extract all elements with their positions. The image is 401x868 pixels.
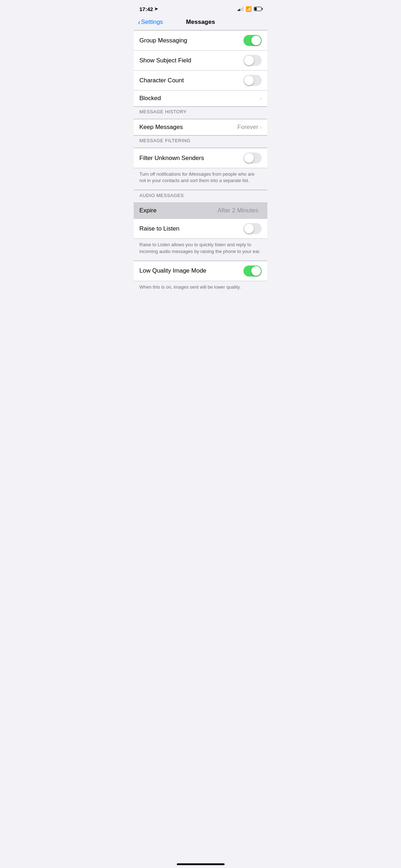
label-expire: Expire <box>139 207 156 214</box>
toggle-filter-unknown-senders[interactable] <box>243 153 262 164</box>
value-expire: After 2 Minutes › <box>217 207 262 214</box>
description-raise-to-listen: Raise to Listen allows you to quickly li… <box>134 239 267 260</box>
section-message-filtering: MESSAGE FILTERING Filter Unknown Senders… <box>134 135 267 190</box>
section-header-audio-messages: AUDIO MESSAGES <box>134 190 267 202</box>
battery-icon <box>254 7 262 11</box>
toggle-thumb-character-count <box>244 76 254 85</box>
row-keep-messages[interactable]: Keep Messages Forever › <box>134 119 267 135</box>
page-title: Messages <box>186 19 215 26</box>
description-filter-unknown-senders: Turn off notifications for iMessages fro… <box>134 168 267 190</box>
label-blocked: Blocked <box>139 95 161 102</box>
label-character-count: Character Count <box>139 77 184 84</box>
section-header-label-message-filtering: MESSAGE FILTERING <box>134 138 196 145</box>
back-chevron-icon: ‹ <box>138 19 140 26</box>
section-header-message-history: MESSAGE HISTORY <box>134 107 267 119</box>
settings-group-audio-messages: Expire After 2 Minutes › Raise to Listen <box>134 202 267 239</box>
label-raise-to-listen: Raise to Listen <box>139 225 179 232</box>
keep-messages-value: Forever <box>237 124 258 131</box>
expire-value: After 2 Minutes <box>217 207 258 214</box>
toggle-thumb-raise-to-listen <box>244 224 254 233</box>
label-show-subject-field: Show Subject Field <box>139 57 191 64</box>
value-keep-messages: Forever › <box>237 124 262 131</box>
location-icon: ➤ <box>154 6 158 11</box>
toggle-thumb-filter-unknown-senders <box>244 153 254 163</box>
section-message-history: MESSAGE HISTORY Keep Messages Forever › <box>134 107 267 135</box>
toggle-thumb-show-subject-field <box>244 56 254 65</box>
back-button[interactable]: ‹ Settings <box>138 19 163 26</box>
nav-header: ‹ Settings Messages <box>134 16 267 30</box>
label-keep-messages: Keep Messages <box>139 124 183 131</box>
label-filter-unknown-senders: Filter Unknown Senders <box>139 155 204 162</box>
row-show-subject-field[interactable]: Show Subject Field <box>134 51 267 71</box>
settings-group-1: Group Messaging Show Subject Field Chara… <box>134 30 267 107</box>
value-blocked: › <box>260 95 262 102</box>
back-label: Settings <box>141 19 163 26</box>
row-low-quality-image-mode[interactable]: Low Quality Image Mode <box>134 261 267 281</box>
section-header-message-filtering: MESSAGE FILTERING <box>134 135 267 148</box>
section-audio-messages: AUDIO MESSAGES Expire After 2 Minutes › … <box>134 190 267 260</box>
section-header-label-audio-messages: AUDIO MESSAGES <box>134 193 190 200</box>
description-low-quality-image-mode: When this is on, images sent will be low… <box>134 281 267 296</box>
wifi-icon: 📶 <box>246 6 252 12</box>
section-header-label-message-history: MESSAGE HISTORY <box>134 109 192 117</box>
section-group1: Group Messaging Show Subject Field Chara… <box>134 30 267 107</box>
toggle-raise-to-listen[interactable] <box>243 223 262 234</box>
chevron-right-icon-expire: › <box>260 207 262 214</box>
label-group-messaging: Group Messaging <box>139 37 187 44</box>
toggle-thumb-low-quality-image-mode <box>251 266 261 276</box>
chevron-right-icon: › <box>260 95 262 102</box>
settings-group-image-mode: Low Quality Image Mode <box>134 261 267 281</box>
row-expire[interactable]: Expire After 2 Minutes › <box>134 203 267 219</box>
settings-group-message-history: Keep Messages Forever › <box>134 119 267 135</box>
signal-bar-3 <box>241 8 242 11</box>
signal-bars <box>238 7 244 11</box>
row-blocked[interactable]: Blocked › <box>134 91 267 106</box>
row-filter-unknown-senders[interactable]: Filter Unknown Senders <box>134 148 267 168</box>
toggle-show-subject-field[interactable] <box>243 55 262 66</box>
row-raise-to-listen[interactable]: Raise to Listen <box>134 219 267 238</box>
signal-bar-1 <box>238 10 239 11</box>
toggle-character-count[interactable] <box>243 75 262 86</box>
chevron-right-icon-keep-messages: › <box>260 124 262 130</box>
toggle-group-messaging[interactable] <box>243 35 262 46</box>
toggle-thumb-group-messaging <box>251 36 261 45</box>
row-group-messaging[interactable]: Group Messaging <box>134 31 267 51</box>
section-image-mode: Low Quality Image Mode When this is on, … <box>134 261 267 296</box>
status-time: 17:42 ➤ <box>139 6 158 12</box>
signal-bar-2 <box>239 9 240 11</box>
label-low-quality-image-mode: Low Quality Image Mode <box>139 267 206 274</box>
status-icons: 📶 <box>238 6 262 12</box>
status-bar: 17:42 ➤ 📶 <box>134 0 267 16</box>
row-character-count[interactable]: Character Count <box>134 71 267 91</box>
signal-bar-4 <box>242 7 243 11</box>
settings-group-message-filtering: Filter Unknown Senders <box>134 148 267 168</box>
toggle-low-quality-image-mode[interactable] <box>243 265 262 277</box>
